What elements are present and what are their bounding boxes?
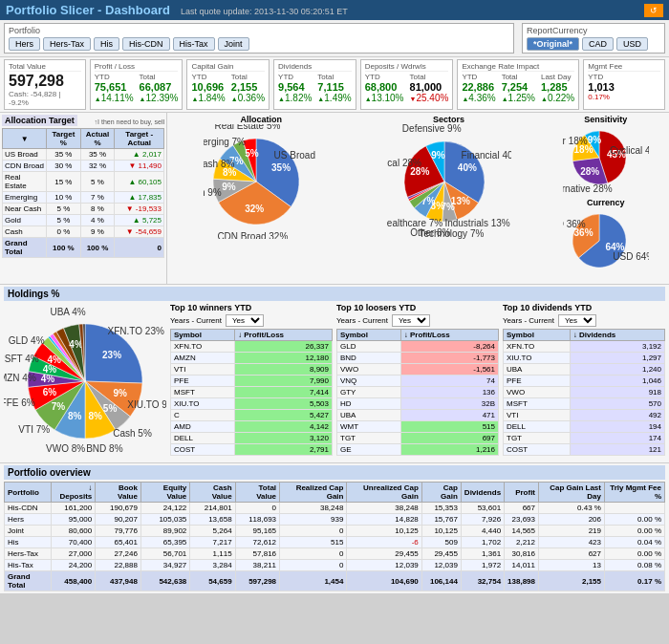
svg-text:Defensive 9%: Defensive 9% xyxy=(401,124,461,134)
alloc-col-name: ▼ xyxy=(3,129,47,149)
er-total-label: Total xyxy=(502,73,535,81)
pl-total-pct: 12.39% xyxy=(140,93,179,103)
portfolio-tab-his-tax[interactable]: His-Tax xyxy=(173,37,215,51)
svg-text:Cash 9%: Cash 9% xyxy=(204,187,222,198)
svg-text:GLD 4%: GLD 4% xyxy=(9,335,45,346)
losers-filter-select[interactable]: Yes xyxy=(392,314,430,327)
dividends-filter-label: Years - Current xyxy=(503,316,554,325)
dep-ytd-pct: 13.10% xyxy=(365,93,404,103)
po-equity: 24,122 xyxy=(140,503,189,514)
portfolio-tab-his-cdn[interactable]: His-CDN xyxy=(122,37,170,51)
l-value: -8,264 xyxy=(400,341,498,353)
svg-text:XFN.TO 23%: XFN.TO 23% xyxy=(108,326,164,336)
list-item: GLD -8,264 xyxy=(337,341,499,353)
po-equity: 56,701 xyxy=(140,548,189,560)
po-cg-last: 219 xyxy=(539,526,605,537)
po-realized: 515 xyxy=(280,537,347,548)
div-ytd-label: YTD xyxy=(278,73,312,81)
refresh-button[interactable]: ↺ xyxy=(644,4,663,17)
po-realized: 0 xyxy=(280,560,347,571)
l-symbol: VWO xyxy=(337,364,401,376)
l-pl-header: ↓ Profit/Loss xyxy=(400,330,498,341)
po-profit: 30,816 xyxy=(505,548,539,560)
po-mgmt: 0.00 % xyxy=(604,548,664,560)
winners-filter-select[interactable]: Yes xyxy=(226,314,264,327)
svg-text:US Broad 35%: US Broad 35% xyxy=(274,150,318,161)
pl-total-arrow xyxy=(140,93,146,103)
allocation-table: ▼ Target % Actual % Target - Actual US B… xyxy=(2,128,164,258)
portfolio-tab-joint[interactable]: Joint xyxy=(218,37,249,51)
po-capgain: 15,353 xyxy=(421,503,461,514)
po-unrealized: 29,455 xyxy=(347,548,421,560)
alloc-row-diff: ▼ 11,490 xyxy=(115,161,164,172)
w-value: 2,791 xyxy=(235,444,333,456)
report-tab--original-[interactable]: *Original* xyxy=(527,37,579,51)
po-deposits: 161,200 xyxy=(52,503,96,514)
cg-ytd-label: YTD xyxy=(191,73,225,81)
svg-text:Emerging 7%: Emerging 7% xyxy=(204,137,246,147)
dep-ytd-label: YTD xyxy=(365,73,404,81)
portfolio-tab-his[interactable]: His xyxy=(94,37,119,51)
po-realized: 939 xyxy=(280,514,347,526)
dividends-filter-select[interactable]: Yes xyxy=(558,314,596,327)
currency-section: Currency 64%36%USD 64%CAD 36% xyxy=(545,198,667,279)
po-equity: 34,927 xyxy=(140,560,189,571)
alloc-row-target: 30 % xyxy=(47,161,80,172)
total-value-sub: Cash: -54,828 | -9.2% xyxy=(9,90,81,107)
po-col-header: Cap Gain Last Day xyxy=(539,483,605,503)
po-book: 22,888 xyxy=(96,560,141,571)
winners-block: Top 10 winners YTD Years - Current Yes S… xyxy=(170,303,333,461)
top-controls: Portfolio HersHers-TaxHisHis-CDNHis-TaxJ… xyxy=(0,20,669,57)
po-portfolio: Joint xyxy=(5,526,52,537)
w-value: 12,180 xyxy=(235,353,333,364)
last-update: Last quote update: 2013-11-30 05:20:51 E… xyxy=(181,7,348,16)
svg-text:CDN Broad 32%: CDN Broad 32% xyxy=(218,231,289,239)
svg-text:VWO 8%: VWO 8% xyxy=(46,443,85,454)
dividends-block: Top 10 dividends YTD Years - Current Yes… xyxy=(503,303,665,461)
alloc-row-diff: ▲ 2,017 xyxy=(115,149,164,161)
losers-filter: Years - Current Yes xyxy=(336,314,499,327)
l-symbol: WMT xyxy=(337,421,401,433)
cg-total-pct: 0.36% xyxy=(231,93,265,103)
svg-text:6%: 6% xyxy=(43,387,57,397)
alloc-row-actual: 4 % xyxy=(80,215,115,226)
portfolio-selector: Portfolio HersHers-TaxHisHis-CDNHis-TaxJ… xyxy=(4,23,514,54)
po-dividends: 53,601 xyxy=(461,503,504,514)
w-value: 7,990 xyxy=(235,376,333,387)
dividends-box: Dividends YTD 9,564 1.82% Total 7,115 1.… xyxy=(273,59,356,110)
w-symbol: COST xyxy=(171,444,235,456)
svg-text:AMZN 4%: AMZN 4% xyxy=(4,373,36,383)
report-tab-usd[interactable]: USD xyxy=(616,37,648,51)
po-deposits: 70,400 xyxy=(52,537,96,548)
w-symbol: DELL xyxy=(171,433,235,444)
table-row: Hers-Tax 27,000 27,246 56,701 1,115 57,8… xyxy=(5,548,665,560)
w-pl-header: ↓ Profit/Loss xyxy=(235,330,333,341)
w-value: 7,414 xyxy=(235,387,333,398)
po-col-header: ↓ Deposits xyxy=(52,483,96,503)
winners-filter: Years - Current Yes xyxy=(170,314,333,327)
report-tab-cad[interactable]: CAD xyxy=(582,37,614,51)
allocation-section: Allocation Target ↑I then need to buy, s… xyxy=(0,113,669,285)
d-symbol: PFE xyxy=(504,376,571,387)
po-portfolio: Hers-Tax xyxy=(5,548,52,560)
list-item: C 5,427 xyxy=(171,410,333,421)
po-deposits: 80,600 xyxy=(52,526,96,537)
po-cash: 13,658 xyxy=(190,514,235,526)
svg-text:9%: 9% xyxy=(588,135,602,145)
holdings-section: Holdings % 23%9%5%8%8%7%6%4%4%4%4%XFN.TO… xyxy=(0,285,669,463)
div-ytd-pct: 1.82% xyxy=(278,93,312,103)
alloc-row-target: 15 % xyxy=(47,172,80,192)
alloc-row-name: Emerging xyxy=(3,192,47,204)
svg-text:35%: 35% xyxy=(271,162,291,173)
po-unrealized: 38,248 xyxy=(347,503,421,514)
l-symbol: GLD xyxy=(337,341,401,353)
list-item: COST 2,791 xyxy=(171,444,333,456)
portfolio-tab-hers-tax[interactable]: Hers-Tax xyxy=(43,37,91,51)
winners-table: Symbol ↓ Profit/Loss XFN.TO 26,337 AMZN … xyxy=(170,329,333,456)
po-capgain: 15,767 xyxy=(421,514,461,526)
svg-text:MSFT 4%: MSFT 4% xyxy=(4,354,39,364)
po-unrealized: 14,828 xyxy=(347,514,421,526)
portfolio-tab-hers[interactable]: Hers xyxy=(9,37,40,51)
po-dividends: 4,440 xyxy=(461,526,504,537)
cg-ytd-val: 10,696 xyxy=(191,81,225,93)
